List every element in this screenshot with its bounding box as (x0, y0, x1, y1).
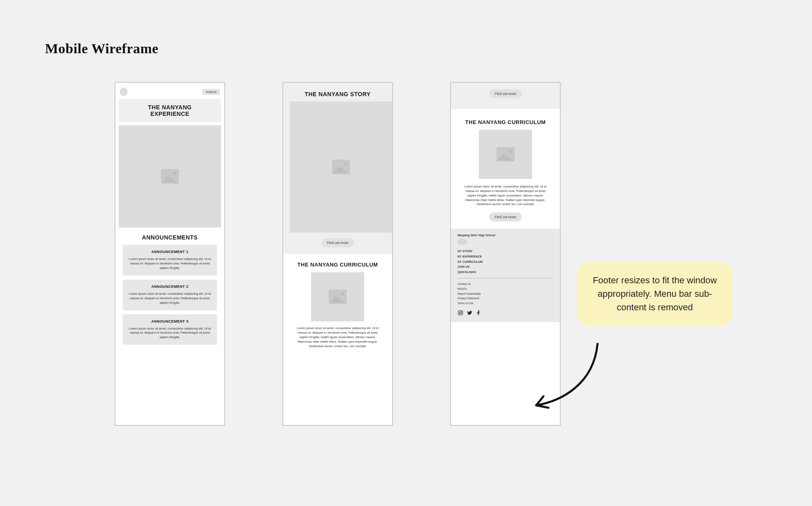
image-icon (329, 289, 347, 304)
card-title: ANNOUNCEMENT 1 (129, 250, 211, 254)
footer: Nanyang Girls' High School NY STORY NY E… (451, 229, 560, 322)
footer-nav-item[interactable]: NY CURRICULUM (458, 260, 553, 265)
annotation-note: Footer resizes to fit the window appropr… (577, 262, 733, 325)
hero-title-line2: EXPERIENCE (150, 111, 189, 117)
image-placeholder (479, 130, 532, 179)
card-body: Lorem ipsum dolor sit amet, consectetur … (129, 257, 211, 271)
mobile-frame-2: THE NANYANG STORY Find out more THE NANY… (282, 82, 393, 426)
find-out-more-button[interactable]: Find out more (489, 212, 522, 221)
svg-point-2 (462, 311, 462, 312)
mobile-frame-3: Find out more THE NANYANG CURRICULUM Lor… (450, 82, 561, 426)
facebook-icon[interactable] (476, 310, 481, 316)
image-icon (161, 169, 179, 184)
mobile-frame-1: Sidebar THE NANYANG EXPERIENCE ANNOUNCEM… (115, 82, 225, 426)
find-out-more-button[interactable]: Find out more (489, 89, 522, 98)
curriculum-body: Lorem ipsum dolor sit amet, consectetur … (286, 326, 389, 348)
image-placeholder (290, 102, 392, 233)
footer-socials (458, 310, 553, 316)
frames-row: Sidebar THE NANYANG EXPERIENCE ANNOUNCEM… (115, 82, 561, 426)
image-icon (496, 147, 514, 162)
image-icon (332, 160, 350, 174)
svg-point-1 (460, 312, 462, 314)
footer-school-name: Nanyang Girls' High School (458, 234, 553, 237)
page-title: Mobile Wireframe (45, 41, 158, 56)
announcements-heading: ANNOUNCEMENTS (119, 234, 221, 241)
card-body: Lorem ipsum dolor sit amet, consectetur … (129, 327, 211, 340)
footer-secondary-nav: Contact Us REACH Report Vulnerability Pr… (458, 282, 553, 305)
sidebar-chip[interactable]: Sidebar (202, 89, 220, 95)
find-out-more-button[interactable]: Find out more (321, 238, 354, 247)
footer-link[interactable]: Report Vulnerability (458, 291, 553, 296)
footer-link[interactable]: Contact Us (458, 282, 553, 287)
curriculum-heading: THE NANYANG CURRICULUM (454, 120, 557, 126)
story-heading: THE NANYANG STORY (286, 91, 389, 97)
hero-title: THE NANYANG EXPERIENCE (121, 104, 219, 117)
footer-primary-nav: NY STORY NY EXPERIENCE NY CURRICULUM JOI… (458, 249, 553, 275)
announcement-card[interactable]: ANNOUNCEMENT 2 Lorem ipsum dolor sit ame… (123, 280, 217, 310)
image-placeholder (119, 125, 221, 228)
footer-link[interactable]: Terms of Use (458, 301, 553, 306)
announcement-card[interactable]: ANNOUNCEMENT 3 Lorem ipsum dolor sit ame… (123, 314, 217, 345)
footer-nav-item[interactable]: NY STORY (458, 249, 553, 254)
announcement-card[interactable]: ANNOUNCEMENT 1 Lorem ipsum dolor sit ame… (123, 245, 217, 276)
twitter-icon[interactable] (467, 310, 472, 316)
hero-title-line1: THE NANYANG (148, 104, 192, 111)
footer-nav-item[interactable]: JOIN US (458, 264, 553, 270)
footer-link[interactable]: REACH (458, 287, 553, 291)
wireframe-canvas: Mobile Wireframe Sidebar THE NANYANG EXP… (0, 0, 812, 506)
footer-logo-icon (458, 239, 467, 245)
footer-divider (458, 278, 553, 278)
image-placeholder (311, 272, 364, 321)
card-title: ANNOUNCEMENT 2 (129, 285, 211, 289)
svg-rect-0 (458, 310, 463, 315)
card-title: ANNOUNCEMENT 3 (129, 319, 211, 323)
topbar: Sidebar (119, 86, 221, 97)
card-body: Lorem ipsum dolor sit amet, consectetur … (129, 292, 211, 305)
logo-icon (120, 88, 128, 96)
footer-link[interactable]: Privacy Statement (458, 296, 553, 301)
hero-block: THE NANYANG EXPERIENCE (119, 99, 221, 122)
curriculum-body: Lorem ipsum dolor sit amet, consectetur … (454, 185, 557, 207)
footer-nav-item[interactable]: QUICKLINKS (458, 270, 553, 275)
instagram-icon[interactable] (458, 310, 463, 316)
curriculum-heading: THE NANYANG CURRICULUM (286, 262, 389, 268)
footer-nav-item[interactable]: NY EXPERIENCE (458, 254, 553, 260)
